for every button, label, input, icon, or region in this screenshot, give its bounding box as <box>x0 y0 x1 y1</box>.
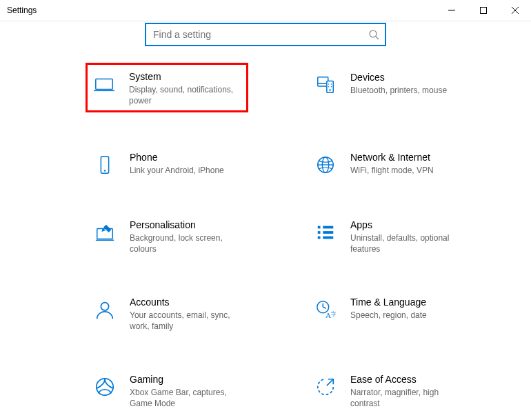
minimize-icon <box>448 6 456 14</box>
search-icon <box>368 29 379 40</box>
tile-desc: Link your Android, iPhone <box>130 165 224 176</box>
tile-label: Accounts <box>130 296 243 308</box>
personalisation-icon <box>92 220 117 245</box>
svg-rect-25 <box>318 231 321 234</box>
settings-grid: System Display, sound, notifications, po… <box>90 67 531 412</box>
tile-network[interactable]: Network & Internet WiFi, flight mode, VP… <box>310 147 466 180</box>
search-box[interactable] <box>145 23 386 46</box>
tile-system[interactable]: System Display, sound, notifications, po… <box>86 63 248 112</box>
tile-label: Ease of Access <box>350 373 463 386</box>
svg-rect-26 <box>323 231 333 234</box>
tile-accounts[interactable]: Accounts Your accounts, email, sync, wor… <box>90 292 246 334</box>
tile-time-language[interactable]: A 字 Time & Language Speech, region, date <box>310 292 466 334</box>
tile-desc: Speech, region, date <box>350 310 427 321</box>
devices-icon <box>313 72 338 97</box>
tile-label: Gaming <box>130 373 243 386</box>
tile-label: Apps <box>350 219 463 231</box>
tile-gaming[interactable]: Gaming Xbox Game Bar, captures, Game Mod… <box>90 369 246 412</box>
time-language-icon: A 字 <box>313 297 338 322</box>
close-icon <box>511 6 519 14</box>
window-buttons <box>436 0 531 21</box>
minimize-button[interactable] <box>436 0 468 21</box>
tile-ease-of-access[interactable]: Ease of Access Narrator, magnifier, high… <box>310 369 466 412</box>
tile-desc: Background, lock screen, colours <box>130 232 243 254</box>
svg-point-15 <box>331 86 332 88</box>
svg-rect-1 <box>481 8 487 14</box>
svg-rect-24 <box>323 226 333 229</box>
tile-desc: Uninstall, defaults, optional features <box>350 232 463 254</box>
settings-home: System Display, sound, notifications, po… <box>0 23 531 412</box>
svg-point-11 <box>329 89 330 90</box>
ease-of-access-icon <box>313 374 338 399</box>
svg-point-12 <box>328 83 330 85</box>
maximize-button[interactable] <box>468 0 499 21</box>
svg-point-29 <box>101 303 108 310</box>
tile-label: Network & Internet <box>350 151 434 163</box>
tile-label: Devices <box>350 71 447 83</box>
svg-point-14 <box>328 86 330 88</box>
tile-devices[interactable]: Devices Bluetooth, printers, mouse <box>310 67 466 112</box>
maximize-icon <box>479 6 488 14</box>
apps-icon <box>313 220 338 245</box>
tile-label: Time & Language <box>350 296 427 308</box>
tile-desc: Narrator, magnifier, high contrast <box>350 387 463 409</box>
globe-icon <box>313 152 338 177</box>
svg-text:字: 字 <box>331 311 337 317</box>
phone-icon <box>92 152 117 177</box>
svg-rect-23 <box>318 226 321 229</box>
tile-desc: Bluetooth, printers, mouse <box>350 85 447 96</box>
tile-label: System <box>129 70 242 83</box>
svg-rect-6 <box>96 79 112 90</box>
svg-line-32 <box>323 307 326 308</box>
titlebar: Settings <box>0 0 531 21</box>
tile-desc: Your accounts, email, sync, work, family <box>130 310 243 332</box>
search-input[interactable] <box>152 28 368 41</box>
svg-rect-28 <box>323 237 333 239</box>
tile-label: Personalisation <box>130 219 243 231</box>
tile-label: Phone <box>130 151 224 163</box>
svg-point-4 <box>370 30 377 37</box>
window-title: Settings <box>7 6 37 15</box>
close-button[interactable] <box>499 0 531 21</box>
tile-personalisation[interactable]: Personalisation Background, lock screen,… <box>90 214 246 257</box>
tile-apps[interactable]: Apps Uninstall, defaults, optional featu… <box>310 214 466 257</box>
tile-desc: Display, sound, notifications, power <box>129 84 242 106</box>
search-wrap <box>0 23 531 46</box>
accounts-icon <box>92 297 117 322</box>
svg-line-36 <box>327 379 333 386</box>
gaming-icon <box>92 374 117 399</box>
tile-desc: WiFi, flight mode, VPN <box>350 165 434 176</box>
tile-desc: Xbox Game Bar, captures, Game Mode <box>130 387 243 409</box>
svg-point-13 <box>331 83 332 85</box>
svg-point-17 <box>104 170 106 171</box>
svg-line-5 <box>376 37 379 39</box>
tile-phone[interactable]: Phone Link your Android, iPhone <box>90 147 246 180</box>
system-icon <box>92 72 117 97</box>
svg-rect-27 <box>318 237 321 239</box>
scrollbar[interactable] <box>523 40 531 420</box>
